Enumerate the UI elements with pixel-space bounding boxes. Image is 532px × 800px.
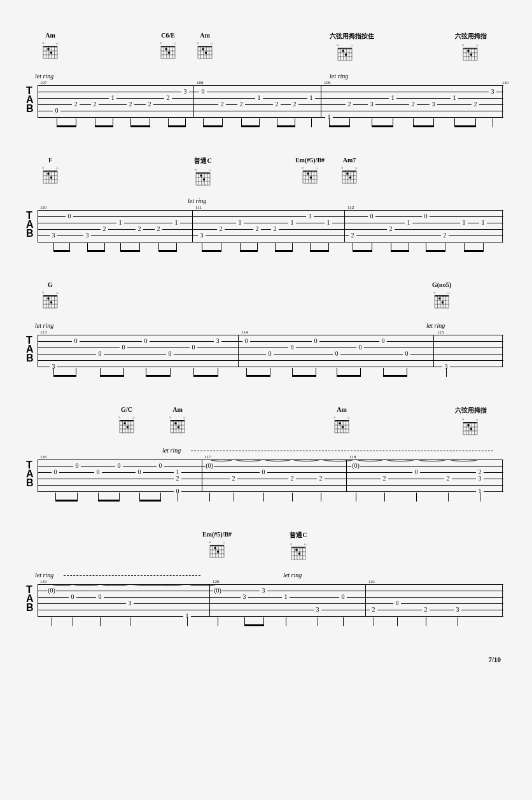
fret-number: 0 xyxy=(96,594,104,600)
fret-number: 2 xyxy=(422,607,430,613)
svg-rect-167 xyxy=(120,420,134,421)
tab-lines: 110111112303212213212213120210211 xyxy=(38,210,503,242)
svg-rect-47 xyxy=(338,48,352,49)
bar-number: 113 xyxy=(40,330,46,335)
svg-rect-182 xyxy=(171,420,185,421)
fret-number: 2 xyxy=(317,475,325,482)
fret-number: 0 xyxy=(157,463,164,469)
fret-number: 0 xyxy=(403,351,410,357)
instruction-text: let ring xyxy=(35,73,53,80)
fret-number: 2 xyxy=(218,101,226,108)
svg-text:○: ○ xyxy=(56,166,59,170)
chord-diagram: G/C×○ xyxy=(111,406,142,437)
instruction-row: let ringlet ring xyxy=(29,322,503,331)
let-ring-dash xyxy=(64,575,200,576)
chord-name: 六弦用拇指 xyxy=(455,406,486,415)
fret-number: 2 xyxy=(370,607,377,613)
beam xyxy=(158,250,177,252)
bar-number: 107 xyxy=(40,80,47,85)
fret-number: 0 xyxy=(199,88,207,95)
svg-point-193 xyxy=(174,422,177,425)
fret-number: 3 xyxy=(181,88,189,95)
chord-name: Em(#5)/B# xyxy=(295,157,325,164)
tab-clef-label: TAB xyxy=(26,461,34,488)
beam xyxy=(57,125,76,127)
tie xyxy=(263,457,292,461)
instruction-text: let ring xyxy=(162,447,181,454)
beam xyxy=(120,250,140,252)
chord-name: G xyxy=(35,281,66,288)
svg-text:×: × xyxy=(341,166,343,170)
tie xyxy=(321,457,356,461)
fret-number: 3 xyxy=(198,232,206,239)
svg-point-13 xyxy=(47,48,50,50)
beam xyxy=(275,250,293,252)
beam xyxy=(241,125,260,127)
fret-number: 0 xyxy=(260,469,267,475)
fret-number: 1 xyxy=(405,220,412,226)
chord-row: F×○普通C×○Em(#5)/B#×○Am7×○ xyxy=(29,157,503,197)
instruction-text: let ring xyxy=(188,197,206,204)
tie xyxy=(292,457,321,461)
fret-number: 0 xyxy=(379,338,387,344)
svg-text:○: ○ xyxy=(223,540,225,544)
svg-text:○: ○ xyxy=(174,41,176,45)
bar-number: 108 xyxy=(197,80,204,85)
chord-name: Am xyxy=(326,406,357,413)
svg-rect-212 xyxy=(463,422,477,423)
fret-number: 0 xyxy=(288,344,296,351)
svg-text:×: × xyxy=(290,542,292,546)
svg-text:×: × xyxy=(333,416,335,419)
fret-number: 2 xyxy=(164,95,172,101)
barline xyxy=(209,584,210,616)
tab-clef-label: TAB xyxy=(26,336,34,363)
fret-number: 2 xyxy=(409,101,417,108)
fret-number: 2 xyxy=(91,101,99,108)
svg-point-224 xyxy=(470,428,473,430)
bar-number: 110 xyxy=(502,80,508,85)
bar-number: 114 xyxy=(241,330,248,335)
svg-text:×: × xyxy=(169,416,171,419)
svg-text:×: × xyxy=(118,416,120,419)
beam xyxy=(310,250,329,252)
svg-rect-242 xyxy=(291,547,305,548)
fret-number: (0) xyxy=(47,587,56,594)
fret-number: 1 xyxy=(109,95,116,101)
svg-text:○: ○ xyxy=(304,542,307,546)
fret-number: 3 xyxy=(214,338,221,344)
fret-number: 0 xyxy=(368,213,375,220)
barline xyxy=(344,210,345,242)
instruction-row: let ring xyxy=(29,197,503,206)
fret-number: 2 xyxy=(217,226,225,232)
svg-text:×: × xyxy=(197,41,199,45)
barline xyxy=(38,335,38,367)
svg-text:×: × xyxy=(302,166,304,170)
fret-number: 1 xyxy=(282,594,290,600)
chord-name: 六弦用拇指按住 xyxy=(330,32,360,41)
fret-number: 2 xyxy=(174,475,181,482)
fret-number: 2 xyxy=(127,101,134,108)
fret-number: 1 xyxy=(479,220,487,226)
tab-system: Am×○C6/E×○Am×○六弦用拇指按住×○六弦用拇指×○let ringle… xyxy=(29,32,503,126)
svg-point-104 xyxy=(203,178,206,181)
svg-text:○: ○ xyxy=(316,166,318,170)
fret-number: 0 xyxy=(190,344,197,351)
fret-number: 0 xyxy=(333,351,340,357)
barline xyxy=(192,210,193,242)
svg-point-119 xyxy=(310,176,312,179)
svg-point-59 xyxy=(345,53,347,56)
fret-number: 0 xyxy=(94,469,102,475)
svg-point-134 xyxy=(349,176,352,179)
chord-diagram: G(no5)×○ xyxy=(426,281,457,312)
fret-number: 3 xyxy=(476,475,484,482)
svg-rect-137 xyxy=(43,295,57,297)
fret-number: 2 xyxy=(444,475,452,482)
fret-number: 2 xyxy=(136,226,143,232)
chord-row: Em(#5)/B#×○普通C×○ xyxy=(29,531,503,572)
fret-number: 2 xyxy=(387,226,395,232)
fret-number: 0 xyxy=(53,108,60,114)
svg-text:×: × xyxy=(160,41,162,45)
svg-text:×: × xyxy=(195,168,197,172)
chord-diagram: C6/E×○ xyxy=(153,32,183,63)
tie xyxy=(234,457,263,461)
